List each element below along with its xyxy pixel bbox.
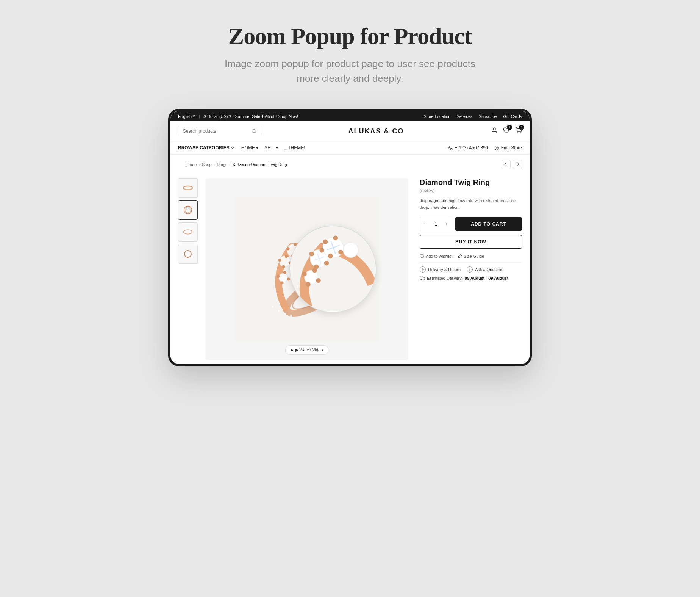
services-link[interactable]: Services xyxy=(456,114,472,119)
ruler-icon xyxy=(458,254,462,259)
svg-point-74 xyxy=(423,279,424,280)
product-main-image: ▶ Watch Video xyxy=(205,178,408,360)
cart-icon-button[interactable]: 0 xyxy=(515,127,522,135)
phone-label: +(123) 4567 890 xyxy=(455,145,488,150)
gift-cards-link[interactable]: Gift Cards xyxy=(503,114,522,119)
top-bar-left: English ▾ | $ Dollar (US) ▾ Summer Sale … xyxy=(178,114,298,119)
language-chevron: ▾ xyxy=(193,114,195,119)
play-icon xyxy=(291,349,294,352)
quantity-decrease-button[interactable]: − xyxy=(420,217,431,231)
svg-point-14 xyxy=(184,251,191,257)
nav-links: HOME ▾ SH... ▾ ...THEME! xyxy=(241,145,305,150)
browse-categories-chevron xyxy=(231,146,234,149)
currency-label: $ Dollar (US) xyxy=(204,114,228,119)
nav-link-shop[interactable]: SH... ▾ xyxy=(264,145,278,150)
wishlist-icon-button[interactable]: 2 xyxy=(503,127,510,135)
search-icon xyxy=(252,128,256,134)
promo-text: Summer Sale 15% off! Shop Now! xyxy=(235,114,298,119)
estimated-label: Estimated Delivery: xyxy=(427,276,463,280)
nav-link-home[interactable]: HOME ▾ xyxy=(241,145,258,150)
header-icons: 2 0 xyxy=(491,127,522,135)
page-subtitle: Image zoom popup for product page to use… xyxy=(217,56,483,86)
breadcrumb-shop[interactable]: Shop xyxy=(202,162,212,167)
header: ALUKAS & CO 2 xyxy=(170,121,530,141)
page-title: Zoom Popup for Product xyxy=(228,23,472,50)
zoom-ring-svg xyxy=(291,227,375,311)
svg-line-71 xyxy=(460,255,460,256)
top-bar-right: Store Location Services Subscribe Gift C… xyxy=(423,114,522,119)
search-bar[interactable] xyxy=(178,126,261,136)
buy-now-button[interactable]: BUY IT NOW xyxy=(420,235,522,249)
thumb-ring-2-icon xyxy=(181,204,194,216)
zoom-inner xyxy=(290,226,376,312)
prev-product-button[interactable] xyxy=(502,160,511,169)
estimated-delivery: Estimated Delivery: 05 August - 09 Augus… xyxy=(420,276,522,281)
wishlist-badge: 2 xyxy=(507,125,512,130)
svg-point-0 xyxy=(252,129,255,132)
language-selector[interactable]: English ▾ xyxy=(178,114,195,119)
product-description: diaphragm and high flow rate with reduce… xyxy=(420,197,522,211)
phone-number: +(123) 4567 890 xyxy=(448,145,488,150)
nav-link-theme[interactable]: ...THEME! xyxy=(284,145,305,150)
thumbnail-3[interactable] xyxy=(178,222,198,242)
svg-point-45 xyxy=(272,306,274,308)
svg-point-4 xyxy=(520,133,521,133)
add-to-wishlist-button[interactable]: Add to wishlist xyxy=(420,254,452,259)
product-title: Diamond Twig Ring xyxy=(420,178,522,187)
delivery-return-label: Delivery & Return xyxy=(428,267,461,272)
svg-point-46 xyxy=(278,310,280,312)
quantity-control: − 1 + xyxy=(420,217,452,231)
thumbnail-1[interactable] xyxy=(178,178,198,198)
store-location-link[interactable]: Store Location xyxy=(423,114,450,119)
currency-selector[interactable]: $ Dollar (US) ▾ xyxy=(204,114,231,119)
size-guide-label: Size Guide xyxy=(464,254,484,259)
svg-point-47 xyxy=(284,313,286,315)
thumbnail-2[interactable] xyxy=(178,200,198,220)
product-layout: ▶ Watch Video Diamond Twig Ring (review)… xyxy=(170,174,530,364)
estimated-dates: 05 August - 09 August xyxy=(465,276,508,280)
next-product-button[interactable] xyxy=(513,160,522,169)
thumb-ring-4-icon xyxy=(181,248,194,260)
ask-question-icon: ? xyxy=(467,266,473,273)
find-store-button[interactable]: Find Store xyxy=(494,145,522,150)
svg-point-48 xyxy=(290,315,292,317)
browse-categories-button[interactable]: BROWSE CATEGORIES xyxy=(178,145,234,150)
heart-icon xyxy=(420,254,424,259)
watch-video-label: ▶ Watch Video xyxy=(295,348,323,353)
svg-line-1 xyxy=(255,132,256,133)
breadcrumb: Home › Shop › Rings › Kalvesna Diamond T… xyxy=(178,158,295,171)
currency-chevron: ▾ xyxy=(229,114,231,119)
breadcrumb-current: Kalvesna Diamond Twig Ring xyxy=(233,162,287,167)
cart-badge: 0 xyxy=(519,125,524,130)
breadcrumb-home[interactable]: Home xyxy=(186,162,197,167)
delivery-return-icon: ↻ xyxy=(420,266,426,273)
product-nav-arrows xyxy=(502,160,522,169)
zoom-circle xyxy=(289,226,377,313)
size-guide-button[interactable]: Size Guide xyxy=(458,254,484,259)
account-icon-button[interactable] xyxy=(491,127,498,135)
next-chevron-icon xyxy=(516,163,519,166)
svg-point-12 xyxy=(189,208,191,210)
breadcrumb-sep-1: › xyxy=(198,162,200,167)
product-actions: Add to wishlist Size Guide xyxy=(420,254,522,263)
watch-video-button[interactable]: ▶ Watch Video xyxy=(285,345,329,355)
add-to-cart-button[interactable]: ADD TO CART xyxy=(455,217,522,231)
language-label: English xyxy=(178,114,192,119)
breadcrumb-rings[interactable]: Rings xyxy=(217,162,227,167)
nav-right: +(123) 4567 890 Find Store xyxy=(448,145,522,150)
quantity-increase-button[interactable]: + xyxy=(441,217,452,231)
ring-display xyxy=(205,197,408,341)
subscribe-link[interactable]: Subscribe xyxy=(479,114,497,119)
nav-left: BROWSE CATEGORIES HOME ▾ SH... ▾ ...THEM… xyxy=(178,145,305,150)
svg-point-13 xyxy=(184,230,192,234)
device-notch xyxy=(327,111,373,120)
delivery-return-button[interactable]: ↻ Delivery & Return ? Ask a Question xyxy=(420,266,522,273)
svg-point-2 xyxy=(493,128,495,130)
thumbnail-4[interactable] xyxy=(178,244,198,264)
prev-chevron-icon xyxy=(505,163,508,166)
store-ui: English ▾ | $ Dollar (US) ▾ Summer Sale … xyxy=(170,111,530,364)
search-input[interactable] xyxy=(183,128,249,134)
product-thumbnails xyxy=(178,178,198,360)
svg-point-11 xyxy=(187,207,189,209)
device-frame: English ▾ | $ Dollar (US) ▾ Summer Sale … xyxy=(168,109,532,366)
